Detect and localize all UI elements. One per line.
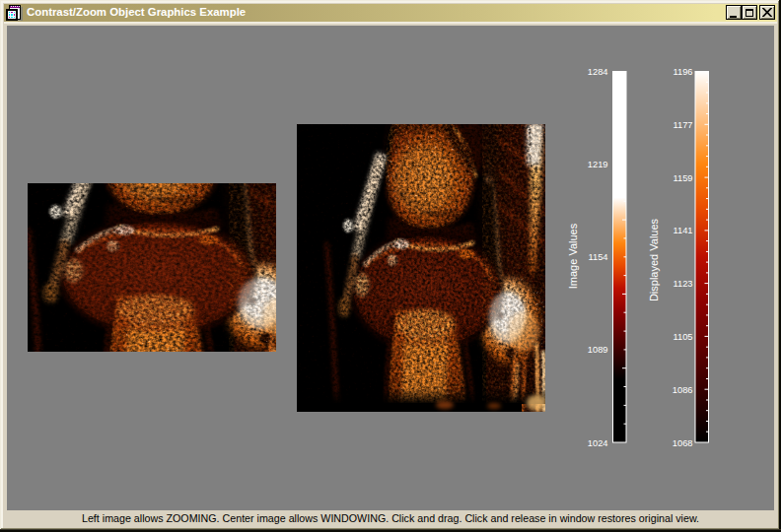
svg-text:1196: 1196 bbox=[674, 67, 693, 77]
svg-text:1284: 1284 bbox=[588, 67, 608, 77]
svg-text:1086: 1086 bbox=[673, 385, 693, 395]
svg-text:1141: 1141 bbox=[674, 226, 693, 235]
svg-text:1024: 1024 bbox=[588, 438, 608, 448]
svg-text:1154: 1154 bbox=[589, 252, 608, 262]
svg-text:1123: 1123 bbox=[674, 279, 693, 289]
svg-text:1105: 1105 bbox=[674, 332, 693, 342]
svg-text:Displayed Values: Displayed Values bbox=[648, 218, 660, 301]
svg-text:1159: 1159 bbox=[674, 173, 693, 183]
svg-text:1177: 1177 bbox=[674, 120, 693, 130]
svg-text:1089: 1089 bbox=[588, 345, 608, 355]
svg-text:1219: 1219 bbox=[588, 160, 608, 169]
svg-text:Image Values: Image Values bbox=[567, 223, 579, 289]
svg-text:1068: 1068 bbox=[673, 438, 693, 448]
